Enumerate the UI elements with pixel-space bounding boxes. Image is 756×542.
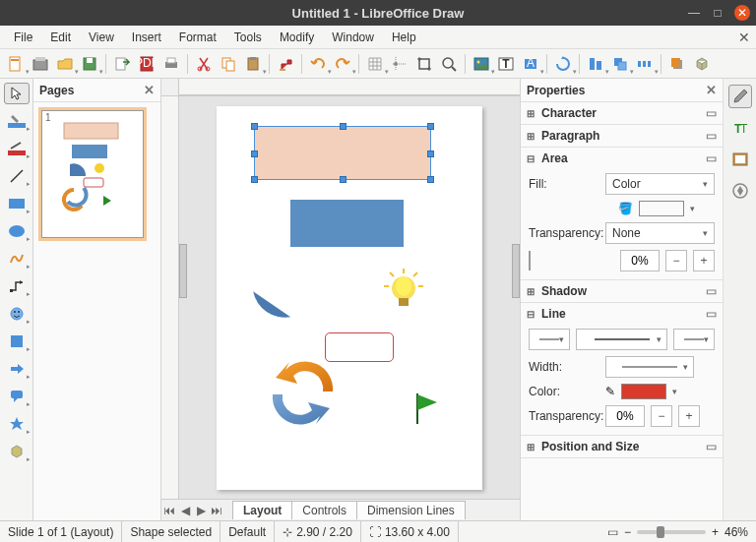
menu-modify[interactable]: Modify bbox=[272, 28, 322, 47]
line-transparency-dec[interactable]: − bbox=[651, 405, 672, 427]
arrange-button[interactable] bbox=[608, 52, 632, 76]
save-button[interactable] bbox=[78, 52, 101, 76]
collapse-line[interactable]: ⊟ bbox=[527, 309, 537, 320]
menu-insert[interactable]: Insert bbox=[124, 28, 169, 47]
line-transparency-inc[interactable]: + bbox=[678, 405, 700, 427]
export-pdf-button[interactable]: PDF bbox=[135, 52, 158, 76]
shape-pie[interactable] bbox=[251, 264, 320, 323]
drawing-page[interactable] bbox=[217, 106, 482, 490]
symbol-shapes-tool[interactable] bbox=[4, 331, 30, 352]
pages-panel-close[interactable]: ✕ bbox=[144, 83, 155, 97]
line-width-select[interactable] bbox=[605, 356, 694, 378]
block-arrows-tool[interactable] bbox=[4, 358, 30, 380]
rectangle-tool[interactable] bbox=[4, 193, 30, 214]
position-more-icon[interactable]: ▭ bbox=[706, 440, 717, 453]
collapse-area[interactable]: ⊟ bbox=[527, 153, 537, 164]
fill-color-tool[interactable] bbox=[4, 110, 30, 132]
star-tool[interactable] bbox=[4, 413, 30, 435]
shadow-button[interactable] bbox=[665, 52, 689, 76]
expand-shadow[interactable]: ⊞ bbox=[527, 286, 537, 297]
sidebar-styles-icon[interactable]: TT bbox=[728, 116, 752, 140]
lightbulb-icon[interactable] bbox=[384, 269, 423, 313]
vertical-ruler[interactable] bbox=[161, 96, 179, 499]
line-tool[interactable] bbox=[4, 165, 30, 187]
area-transparency-value[interactable]: 0% bbox=[620, 250, 660, 271]
pointer-tool[interactable] bbox=[4, 83, 30, 104]
horizontal-ruler[interactable] bbox=[179, 79, 520, 96]
insert-image-button[interactable] bbox=[470, 52, 493, 76]
menu-help[interactable]: Help bbox=[384, 28, 424, 47]
shape-rectangle-blue[interactable] bbox=[290, 200, 404, 247]
zoom-value[interactable]: 46% bbox=[724, 525, 748, 539]
paste-button[interactable] bbox=[241, 52, 265, 76]
tab-nav-last[interactable]: ⏭ bbox=[209, 504, 224, 517]
redo-button[interactable] bbox=[331, 52, 354, 76]
distribute-button[interactable] bbox=[633, 52, 657, 76]
menu-tools[interactable]: Tools bbox=[226, 28, 270, 47]
insert-textbox-button[interactable]: T bbox=[494, 52, 518, 76]
canvas-viewport[interactable] bbox=[179, 96, 520, 499]
menu-edit[interactable]: Edit bbox=[42, 28, 79, 47]
copy-button[interactable] bbox=[217, 52, 240, 76]
minimize-button[interactable]: — bbox=[687, 6, 701, 20]
section-paragraph[interactable]: Paragraph bbox=[541, 129, 599, 143]
open-button[interactable] bbox=[53, 52, 77, 76]
grid-button[interactable] bbox=[363, 52, 387, 76]
menu-view[interactable]: View bbox=[81, 28, 122, 47]
tab-dimension-lines[interactable]: Dimension Lines bbox=[356, 501, 466, 519]
connector-tool[interactable] bbox=[4, 275, 30, 297]
zoom-in[interactable]: + bbox=[712, 525, 719, 539]
area-transparency-dec[interactable]: − bbox=[665, 250, 687, 271]
character-more-icon[interactable]: ▭ bbox=[706, 106, 717, 120]
expand-position[interactable]: ⊞ bbox=[527, 442, 537, 452]
close-button[interactable]: ✕ bbox=[734, 5, 750, 21]
tab-nav-next[interactable]: ▶ bbox=[193, 504, 209, 517]
paragraph-more-icon[interactable]: ▭ bbox=[706, 129, 717, 143]
shape-circular-arrows[interactable] bbox=[256, 352, 349, 436]
export-button[interactable] bbox=[110, 52, 134, 76]
section-line[interactable]: Line bbox=[541, 307, 566, 321]
tab-nav-first[interactable]: ⏮ bbox=[161, 504, 177, 517]
zoom-button[interactable] bbox=[437, 52, 461, 76]
arrow-start-select[interactable] bbox=[529, 329, 570, 350]
curve-tool[interactable] bbox=[4, 248, 30, 270]
line-transparency-value[interactable]: 0% bbox=[605, 405, 645, 427]
sidebar-gallery-icon[interactable] bbox=[728, 148, 752, 171]
status-style[interactable]: Default bbox=[220, 521, 275, 542]
arrow-end-select[interactable] bbox=[673, 329, 715, 350]
transformations-button[interactable] bbox=[551, 52, 575, 76]
maximize-button[interactable]: □ bbox=[711, 6, 724, 20]
3d-objects-tool[interactable] bbox=[4, 441, 30, 462]
templates-button[interactable] bbox=[29, 52, 52, 76]
area-transparency-select[interactable]: None bbox=[605, 222, 715, 244]
align-button[interactable] bbox=[584, 52, 607, 76]
fontwork-button[interactable]: A bbox=[519, 52, 542, 76]
undo-button[interactable] bbox=[306, 52, 330, 76]
line-color-tool[interactable] bbox=[4, 138, 30, 159]
sidebar-properties-icon[interactable] bbox=[728, 85, 752, 108]
menu-window[interactable]: Window bbox=[324, 28, 382, 47]
callout-tool[interactable] bbox=[4, 386, 30, 407]
menu-format[interactable]: Format bbox=[171, 28, 224, 47]
section-shadow[interactable]: Shadow bbox=[541, 284, 587, 298]
line-style-select[interactable] bbox=[576, 329, 667, 350]
area-transparency-inc[interactable]: + bbox=[693, 250, 715, 271]
zoom-slider[interactable] bbox=[637, 530, 706, 534]
tab-layout[interactable]: Layout bbox=[232, 501, 292, 519]
line-more-icon[interactable]: ▭ bbox=[706, 307, 717, 321]
line-color-chip[interactable] bbox=[621, 384, 666, 399]
properties-close[interactable]: ✕ bbox=[706, 83, 717, 97]
shadow-more-icon[interactable]: ▭ bbox=[706, 284, 717, 298]
shape-rectangle-selected[interactable] bbox=[254, 126, 431, 180]
shape-flag[interactable] bbox=[413, 391, 443, 426]
expand-character[interactable]: ⊞ bbox=[527, 108, 537, 119]
zoom-out[interactable]: − bbox=[624, 525, 631, 539]
expand-paragraph[interactable]: ⊞ bbox=[527, 131, 537, 142]
print-button[interactable] bbox=[159, 52, 183, 76]
snap-guides-button[interactable] bbox=[388, 52, 411, 76]
ellipse-tool[interactable] bbox=[4, 220, 30, 242]
menu-file[interactable]: File bbox=[6, 28, 40, 47]
tab-controls[interactable]: Controls bbox=[291, 501, 357, 519]
fill-type-select[interactable]: Color bbox=[605, 173, 715, 195]
3d-button[interactable] bbox=[690, 52, 714, 76]
